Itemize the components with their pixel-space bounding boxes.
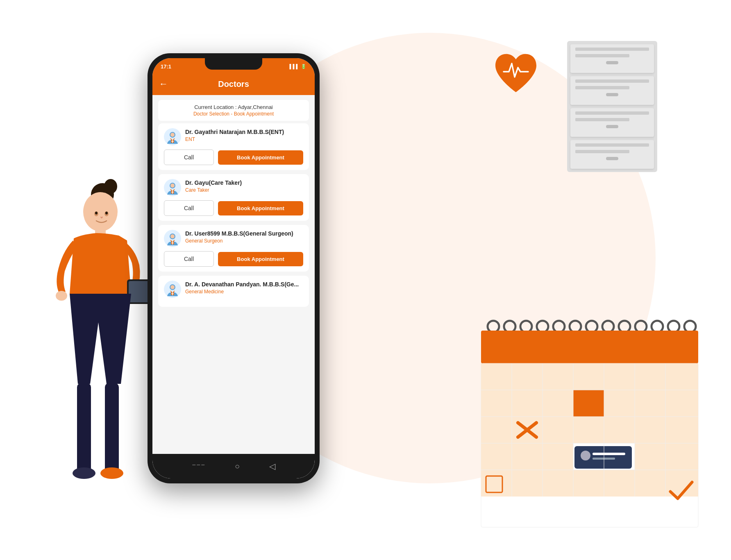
cabinet-drawer-2 — [570, 76, 654, 105]
book-appointment-button-1[interactable]: Book Appointment — [218, 150, 303, 165]
calendar-widget — [469, 294, 706, 540]
doctor-details-3: Dr. User8599 M.B.B.S(General Surgeon) Ge… — [185, 230, 303, 244]
svg-rect-18 — [573, 363, 604, 390]
doctor-card-2: Dr. Gayu(Care Taker) Care Taker Call Boo… — [158, 174, 309, 221]
svg-point-43 — [581, 451, 590, 460]
svg-point-3 — [537, 321, 548, 332]
svg-rect-39 — [481, 443, 512, 470]
home-button[interactable]: ⁻⁻⁻ — [192, 461, 205, 471]
svg-rect-41 — [543, 443, 573, 470]
doctor-avatar-1 — [164, 128, 181, 145]
battery-icon: 🔋 — [301, 64, 306, 69]
calendar-spirals — [488, 321, 696, 332]
woman-illustration — [25, 159, 164, 527]
doctor-name-2: Dr. Gayu(Care Taker) — [185, 179, 303, 186]
breadcrumb: Doctor Selection - Book Appointment — [164, 111, 303, 117]
doctor-specialty-3: General Surgeon — [185, 238, 303, 244]
svg-rect-50 — [512, 470, 543, 497]
svg-point-2 — [520, 321, 532, 332]
call-button-1[interactable]: Call — [164, 150, 214, 165]
doctor-avatar-3 — [164, 230, 181, 247]
svg-point-0 — [488, 321, 499, 332]
cabinet-drawer-4 — [570, 140, 654, 169]
svg-point-8 — [619, 321, 630, 332]
doctor-avatar-2 — [164, 179, 181, 196]
svg-point-96 — [170, 234, 175, 238]
doctor-details-1: Dr. Gayathri Natarajan M.B.B.S(ENT) ENT — [185, 128, 303, 142]
app-content: Current Location : Adyar,Chennai Doctor … — [152, 95, 315, 454]
phone-mockup: 17:1 ▌▌▌ 🔋 ← Doctors Current Location : … — [148, 53, 320, 483]
cabinet-drawer-1 — [570, 44, 654, 73]
svg-point-7 — [602, 321, 614, 332]
doctor-card-3: Dr. User8599 M.B.B.S(General Surgeon) Ge… — [158, 225, 309, 272]
doctor-info-4: Dr. A. Devanathan Pandyan. M.B.B.S(Ge...… — [164, 281, 303, 298]
doctor-card-1: Dr. Gayathri Natarajan M.B.B.S(ENT) ENT … — [158, 123, 309, 170]
file-cabinet — [567, 41, 690, 205]
svg-rect-16 — [512, 363, 543, 390]
svg-rect-52 — [573, 470, 604, 497]
svg-rect-44 — [593, 453, 625, 455]
doctor-name-3: Dr. User8599 M.B.B.S(General Surgeon) — [185, 230, 303, 237]
svg-point-80 — [95, 212, 98, 215]
svg-point-67 — [104, 179, 117, 194]
svg-rect-21 — [665, 363, 698, 390]
svg-rect-51 — [543, 470, 573, 497]
svg-rect-37 — [635, 417, 665, 443]
doctor-details-4: Dr. A. Devanathan Pandyan. M.B.B.S(Ge...… — [185, 281, 303, 295]
card-actions-3: Call Book Appointment — [164, 251, 303, 267]
phone-bottom-bar: ⁻⁻⁻ ○ ◁ — [152, 454, 315, 478]
app-header: ← Doctors — [152, 73, 315, 95]
circle-button[interactable]: ○ — [235, 462, 240, 471]
svg-rect-36 — [604, 417, 635, 443]
svg-rect-27 — [604, 390, 635, 417]
svg-rect-26 — [573, 390, 604, 417]
svg-point-68 — [83, 192, 118, 231]
book-appointment-button-3[interactable]: Book Appointment — [218, 252, 303, 266]
card-actions-1: Call Book Appointment — [164, 150, 303, 165]
call-button-2[interactable]: Call — [164, 200, 214, 216]
svg-rect-13 — [481, 331, 698, 363]
svg-rect-30 — [481, 417, 512, 443]
heart-health-icon — [489, 49, 543, 98]
doctor-info-2: Dr. Gayu(Care Taker) Care Taker — [164, 179, 303, 196]
doctor-name-1: Dr. Gayathri Natarajan M.B.B.S(ENT) — [185, 128, 303, 136]
doctor-info-1: Dr. Gayathri Natarajan M.B.B.S(ENT) ENT — [164, 128, 303, 145]
svg-point-5 — [570, 321, 581, 332]
back-button[interactable]: ← — [159, 79, 168, 89]
svg-rect-20 — [635, 363, 665, 390]
doctor-card-4: Dr. A. Devanathan Pandyan. M.B.B.S(Ge...… — [158, 276, 309, 307]
svg-point-76 — [73, 467, 95, 479]
svg-point-70 — [56, 291, 67, 301]
svg-point-90 — [170, 184, 175, 188]
svg-rect-28 — [635, 390, 665, 417]
doctor-specialty-2: Care Taker — [185, 187, 303, 193]
svg-rect-53 — [604, 470, 635, 497]
svg-point-1 — [504, 321, 515, 332]
svg-rect-25 — [543, 390, 573, 417]
doctor-specialty-4: General Medicine — [185, 289, 303, 295]
doctor-info-3: Dr. User8599 M.B.B.S(General Surgeon) Ge… — [164, 230, 303, 247]
status-icons: ▌▌▌ 🔋 — [290, 64, 306, 69]
back-nav-button[interactable]: ◁ — [269, 461, 275, 471]
doctor-name-4: Dr. A. Devanathan Pandyan. M.B.B.S(Ge... — [185, 281, 303, 288]
svg-point-84 — [170, 133, 175, 137]
svg-point-77 — [100, 467, 123, 479]
doctor-specialty-1: ENT — [185, 136, 303, 142]
app-title: Doctors — [218, 79, 249, 89]
book-appointment-button-2[interactable]: Book Appointment — [218, 201, 303, 215]
svg-rect-34 — [543, 417, 573, 443]
location-text: Current Location : Adyar,Chennai — [164, 104, 303, 110]
call-button-3[interactable]: Call — [164, 251, 214, 267]
location-bar: Current Location : Adyar,Chennai Doctor … — [158, 100, 309, 121]
doctor-avatar-4 — [164, 281, 181, 298]
svg-rect-54 — [635, 470, 665, 497]
svg-point-6 — [586, 321, 597, 332]
status-time: 17:1 — [161, 63, 171, 70]
cabinet-drawer-3 — [570, 108, 654, 137]
svg-rect-75 — [105, 383, 119, 473]
svg-rect-40 — [512, 443, 543, 470]
svg-rect-29 — [665, 390, 698, 417]
svg-rect-46 — [635, 443, 665, 470]
svg-rect-35 — [573, 417, 604, 443]
card-actions-2: Call Book Appointment — [164, 200, 303, 216]
